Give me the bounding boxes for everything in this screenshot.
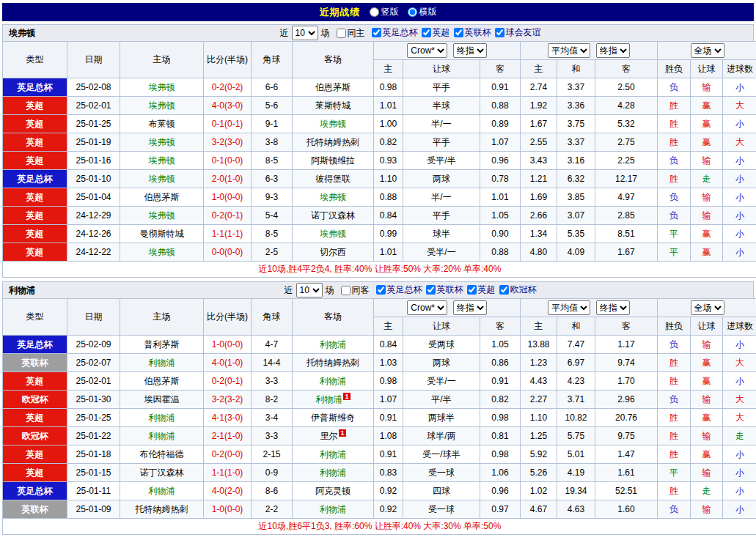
league-filter[interactable]: 球会友谊 xyxy=(491,26,541,39)
away-team[interactable]: 里尔1 xyxy=(293,427,374,445)
match-score[interactable]: 1-0(0-0) xyxy=(204,188,252,207)
away-team[interactable]: 埃弗顿 xyxy=(293,225,374,243)
away-team[interactable]: 利物浦1 xyxy=(293,391,374,409)
away-team[interactable]: 切尔西 xyxy=(293,243,374,262)
home-team[interactable]: 利物浦 xyxy=(120,427,204,445)
away-team[interactable]: 莱斯特城 xyxy=(293,97,374,115)
match-score[interactable]: 0-2(0-2) xyxy=(204,78,252,97)
away-team[interactable]: 埃弗顿 xyxy=(293,115,374,133)
league-filter-checkbox[interactable] xyxy=(376,285,386,295)
team-section: 利物浦 近 10 场 同客 英足总杯英联杯英超欧冠杯 xyxy=(2,281,754,535)
match-score[interactable]: 0-2(0-0) xyxy=(204,445,252,464)
home-team[interactable]: 埃弗顿 xyxy=(120,207,204,225)
league-filter-checkbox[interactable] xyxy=(467,285,477,295)
away-team[interactable]: 利物浦 xyxy=(293,464,374,482)
home-team[interactable]: 普利茅斯 xyxy=(120,336,204,354)
match-scope-select[interactable]: 全场 xyxy=(691,43,724,58)
home-team[interactable]: 埃弗顿 xyxy=(120,152,204,170)
home-team[interactable]: 诺丁汉森林 xyxy=(120,464,204,482)
away-team[interactable]: 阿克灵顿 xyxy=(293,482,374,500)
match-score[interactable]: 2-1(1-0) xyxy=(204,427,252,445)
home-team[interactable]: 埃弗顿 xyxy=(120,243,204,262)
home-team[interactable]: 埃因霍温 xyxy=(120,391,204,409)
away-team[interactable]: 托特纳姆热刺 xyxy=(293,133,374,152)
average-odds-time-select[interactable]: 终指 xyxy=(596,300,630,315)
recent-count-select[interactable]: 10 xyxy=(296,283,323,297)
league-filter[interactable]: 欧冠杯 xyxy=(496,284,537,296)
league-filter[interactable]: 英足总杯 xyxy=(373,284,422,296)
match-score[interactable]: 4-0(3-0) xyxy=(204,97,252,115)
match-score[interactable]: 0-0(0-0) xyxy=(204,243,252,262)
home-team[interactable]: 埃弗顿 xyxy=(120,133,204,152)
league-filter-checkbox[interactable] xyxy=(499,285,509,295)
match-score[interactable]: 1-0(0-0) xyxy=(204,336,252,354)
average-odds-select[interactable]: 平均值 xyxy=(548,300,590,315)
match-score[interactable]: 2-0(1-0) xyxy=(204,170,252,188)
subcol-avg-draw: 和 xyxy=(557,317,595,336)
bookmaker-select[interactable]: Crow* xyxy=(407,43,447,58)
layout-radio-vertical[interactable]: 竖版 xyxy=(370,6,399,18)
league-filter[interactable]: 英超 xyxy=(418,26,450,39)
layout-radio-vertical-input[interactable] xyxy=(370,7,379,17)
average-odds-select[interactable]: 平均值 xyxy=(548,43,590,58)
home-team[interactable]: 利物浦 xyxy=(120,482,204,500)
match-score[interactable]: 4-0(2-0) xyxy=(204,482,252,500)
same-venue-filter[interactable]: 同主 xyxy=(333,27,365,40)
match-score[interactable]: 3-2(3-2) xyxy=(204,391,252,409)
away-team[interactable]: 利物浦 xyxy=(293,445,374,464)
same-venue-checkbox[interactable] xyxy=(337,29,346,38)
layout-radio-horizontal[interactable]: 横版 xyxy=(408,6,437,18)
away-team[interactable]: 阿斯顿维拉 xyxy=(293,152,374,170)
home-team[interactable]: 利物浦 xyxy=(120,409,204,427)
avg-odds-away-value: 1.60 xyxy=(595,500,658,519)
recent-count-select[interactable]: 10 xyxy=(292,26,318,40)
away-team[interactable]: 利物浦 xyxy=(293,336,374,354)
home-team[interactable]: 伯恩茅斯 xyxy=(120,188,204,207)
league-filter-checkbox[interactable] xyxy=(372,28,381,37)
home-team[interactable]: 埃弗顿 xyxy=(120,97,204,115)
league-filter-checkbox[interactable] xyxy=(426,285,436,295)
league-filter[interactable]: 英联杯 xyxy=(422,284,463,296)
away-team[interactable]: 利物浦 xyxy=(293,500,374,519)
team-name-text: 伯恩茅斯 xyxy=(144,192,180,202)
home-team[interactable]: 伯恩茅斯 xyxy=(120,372,204,391)
match-score[interactable]: 3-2(3-0) xyxy=(204,133,252,152)
away-team[interactable]: 伯恩茅斯 xyxy=(293,78,374,97)
average-odds-time-select[interactable]: 终指 xyxy=(596,43,630,58)
match-score[interactable]: 4-0(1-0) xyxy=(204,354,252,372)
handicap-odds-time-select[interactable]: 终指 xyxy=(453,300,487,315)
match-score[interactable]: 0-2(0-1) xyxy=(204,207,252,225)
layout-radio-horizontal-input[interactable] xyxy=(408,7,417,17)
match-score[interactable]: 0-1(0-0) xyxy=(204,152,252,170)
away-team[interactable]: 伊普斯维奇 xyxy=(293,409,374,427)
match-score[interactable]: 0-1(0-1) xyxy=(204,115,252,133)
league-filter[interactable]: 英足总杯 xyxy=(368,26,418,39)
match-score[interactable]: 0-2(0-1) xyxy=(204,372,252,391)
match-score[interactable]: 1-0(0-0) xyxy=(204,500,252,519)
handicap-odds-time-select[interactable]: 终指 xyxy=(453,43,487,58)
home-team[interactable]: 布莱顿 xyxy=(120,115,204,133)
bookmaker-select[interactable]: Crow* xyxy=(407,300,447,315)
league-filter-checkbox[interactable] xyxy=(495,28,504,37)
home-team[interactable]: 埃弗顿 xyxy=(120,78,204,97)
match-score[interactable]: 4-1(3-0) xyxy=(204,409,252,427)
home-team[interactable]: 利物浦 xyxy=(120,354,204,372)
same-venue-filter[interactable]: 同客 xyxy=(337,284,370,297)
home-team[interactable]: 埃弗顿 xyxy=(120,170,204,188)
away-team[interactable]: 彼得堡联 xyxy=(293,170,374,188)
away-team[interactable]: 诺丁汉森林 xyxy=(293,207,374,225)
match-scope-select[interactable]: 全场 xyxy=(691,300,724,315)
same-venue-checkbox[interactable] xyxy=(341,286,351,295)
home-team[interactable]: 布伦特福德 xyxy=(120,445,204,464)
away-team[interactable]: 埃弗顿 xyxy=(293,188,374,207)
league-filter[interactable]: 英联杯 xyxy=(450,26,491,39)
league-filter[interactable]: 英超 xyxy=(463,284,496,296)
match-score[interactable]: 1-1(1-0) xyxy=(204,464,252,482)
away-team[interactable]: 托特纳姆热刺 xyxy=(293,354,374,372)
home-team[interactable]: 托特纳姆热刺 xyxy=(120,500,204,519)
league-filter-checkbox[interactable] xyxy=(422,28,431,37)
away-team[interactable]: 利物浦 xyxy=(293,372,374,391)
home-team[interactable]: 曼彻斯特城 xyxy=(120,225,204,243)
match-score[interactable]: 1-1(1-1) xyxy=(204,225,252,243)
league-filter-checkbox[interactable] xyxy=(454,28,463,37)
